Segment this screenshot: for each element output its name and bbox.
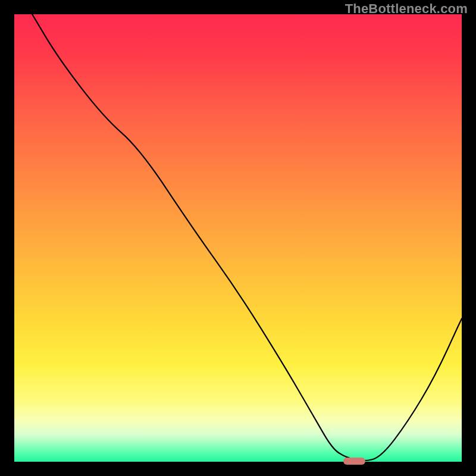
plot-area bbox=[14, 14, 462, 462]
bottleneck-curve bbox=[14, 14, 462, 462]
curve-path bbox=[32, 14, 462, 461]
chart-container: TheBottleneck.com bbox=[0, 0, 476, 476]
optimal-marker bbox=[343, 458, 366, 465]
watermark-text: TheBottleneck.com bbox=[345, 1, 468, 17]
